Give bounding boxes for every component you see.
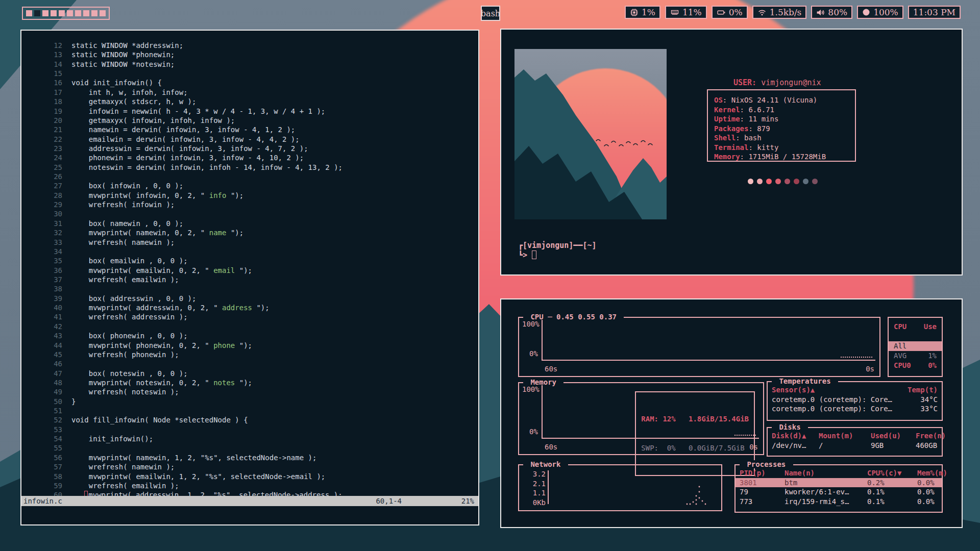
network-activity-spike — [685, 483, 708, 506]
cpu-y-axis — [542, 320, 543, 361]
fetch-info-value: : 6.6.71 — [740, 106, 774, 114]
cpu-legend-row-avg[interactable]: AVG1% — [893, 351, 938, 361]
workspace-square-3[interactable] — [42, 10, 48, 16]
code-line: 28 mvwprintw( infowin, 0, 2, " info "); — [34, 191, 478, 200]
line-number: 46 — [34, 359, 62, 368]
line-text: wrefresh( namewin ); — [71, 238, 175, 247]
process-row[interactable]: 3801btm0.2%0.0% — [736, 478, 942, 488]
fetch-info-label: Memory — [714, 153, 740, 161]
editor-window[interactable]: 12static WINDOW *addresswin;13static WIN… — [20, 30, 479, 525]
code-line: 20 getmaxyx( infowin, infoh, infow ); — [34, 116, 478, 125]
line-text: wrefresh( infowin ); — [71, 200, 175, 209]
temperature-row: coretemp.0 (coretemp): Core…34°C — [768, 395, 942, 405]
line-text: mvwprintw( addresswin, 0, 2, " address "… — [71, 303, 270, 312]
disks-header: Disk(d)▲Mount(m)Used(u)Free(n) — [768, 431, 942, 441]
status-module-value: 1% — [642, 7, 655, 17]
line-number: 14 — [34, 60, 62, 69]
status-module-value: 1.5kb/s — [770, 7, 802, 17]
workspace-square-5[interactable] — [59, 10, 65, 16]
line-number: 21 — [34, 125, 62, 134]
palette-dot-1 — [748, 179, 753, 184]
wifi-icon — [757, 9, 767, 16]
processes-header: PID(p)Name(n)CPU%(c)▼Mem%(m) — [736, 468, 942, 478]
line-number: 49 — [34, 387, 62, 396]
workspace-square-9[interactable] — [91, 10, 97, 16]
code-line: 43 box( phonewin , 0, 0 ); — [34, 331, 478, 340]
code-line: 30 — [34, 209, 478, 218]
code-line: 13static WINDOW *phonewin; — [34, 50, 478, 59]
code-line: 37 wrefresh( emailwin ); — [34, 275, 478, 284]
line-text: box( phonewin , 0, 0 ); — [71, 331, 188, 340]
line-number: 35 — [34, 256, 62, 265]
code-line: 45 wrefresh( phonewin ); — [34, 350, 478, 359]
status-module-wifi: 1.5kb/s — [752, 6, 807, 19]
code-line: 32 mvwprintw( namewin, 0, 2, " name "); — [34, 228, 478, 237]
code-line: 56 mvwprintw( namewin, 1, 2, "%s", selec… — [34, 453, 478, 462]
line-text: void fill_infowin( Node *selectedNode ) … — [71, 415, 248, 424]
temperatures-panel: Temperatures Sensor(s)▲Temp(t)coretemp.0… — [767, 381, 943, 421]
process-row[interactable]: 79kworker/6:1-ev…0.1%0.0% — [736, 487, 942, 497]
line-text: wrefresh( namewin ); — [71, 462, 175, 471]
terminal-window[interactable]: USER: vimjongun@nix OS: NixOS 24.11 (Vic… — [500, 29, 963, 276]
cpu-legend-row-all[interactable]: All — [889, 341, 942, 351]
fetch-info-row: Kernel: 6.6.71 — [714, 105, 849, 115]
line-number: 57 — [34, 462, 62, 471]
workspace-square-10[interactable] — [100, 10, 106, 16]
line-number: 59 — [34, 481, 62, 490]
code-line: 15 — [34, 69, 478, 78]
line-number: 15 — [34, 69, 62, 78]
terminal-color-palette — [748, 179, 818, 184]
workspace-square-7[interactable] — [75, 10, 81, 16]
line-number: 28 — [34, 191, 62, 200]
workspace-square-6[interactable] — [67, 10, 73, 16]
cpu-usage-line — [841, 357, 872, 358]
workspace-square-2[interactable] — [34, 10, 40, 16]
palette-dot-3 — [766, 179, 772, 184]
fetch-info-value: : kitty — [748, 143, 778, 152]
code-line: 27 box( infowin , 0, 0 ); — [34, 181, 478, 190]
code-line: 38 — [34, 284, 478, 293]
disk-row: /dev/nv…/9GB460GB — [768, 441, 942, 450]
line-number: 45 — [34, 350, 62, 359]
fetch-image — [514, 49, 667, 219]
line-number: 39 — [34, 294, 62, 303]
fetch-image-mountains — [514, 49, 667, 219]
palette-dot-2 — [757, 179, 763, 184]
workspace-square-4[interactable] — [51, 10, 57, 16]
system-monitor-window[interactable]: CPU ─ 0.45 0.55 0.37 100% 0% 60s 0s CPUU… — [500, 298, 963, 528]
line-number: 33 — [34, 238, 62, 247]
disks-panel: Disks Disk(d)▲Mount(m)Used(u)Free(n)/dev… — [767, 427, 943, 457]
code-line: 54 init_infowin(); — [34, 434, 478, 443]
workspace-indicator[interactable] — [22, 7, 110, 20]
status-module-value: 11:03 PM — [913, 7, 955, 17]
code-line: 36 mvwprintw( emailwin, 0, 2, " email ")… — [34, 266, 478, 275]
code-line: 51 — [34, 406, 478, 415]
window-title-badge: bash — [481, 6, 500, 21]
network-y-axis — [548, 470, 549, 504]
line-number: 42 — [34, 322, 62, 331]
palette-dot-5 — [785, 179, 790, 184]
fetch-user-value: vimjongun@nix — [761, 78, 821, 87]
line-number: 54 — [34, 434, 62, 443]
fetch-info-row: Shell: bash — [714, 133, 849, 143]
volume-icon — [816, 9, 825, 16]
code-area[interactable]: 12static WINDOW *addresswin;13static WIN… — [21, 31, 478, 500]
cpu-legend-row-cpu0[interactable]: CPU00% — [893, 361, 938, 370]
workspace-square-1[interactable] — [26, 10, 32, 16]
code-line: 59 wrefresh( emailwin ); — [34, 481, 478, 490]
line-number: 48 — [34, 378, 62, 387]
fetch-info-row: OS: NixOS 24.11 (Vicuna) — [714, 95, 849, 105]
brightness-icon — [862, 8, 870, 16]
status-module-value: 100% — [873, 7, 898, 17]
workspace-square-8[interactable] — [83, 10, 89, 16]
line-text: addresswin = derwin( infowin, 3, infow -… — [71, 144, 308, 153]
process-row[interactable]: 773irq/159-rmi4_s…0.1%0.0% — [736, 497, 942, 507]
memory-x-left: 60s — [545, 443, 557, 451]
line-number: 24 — [34, 153, 62, 162]
shell-prompt[interactable]: ┏[vimjongun]━━[~] ┗> — [518, 241, 597, 260]
status-module-volume: 80% — [811, 6, 852, 19]
line-text: wrefresh( emailwin ); — [71, 275, 179, 284]
memory-panel: Memory 100% 0% 60s 0s RAM: 12% 1.8GiB/15… — [518, 382, 764, 455]
network-y-labels: 3.2 2.1 1.1 0Kb — [524, 469, 546, 507]
line-text: box( addresswin , 0, 0 ); — [71, 294, 196, 303]
